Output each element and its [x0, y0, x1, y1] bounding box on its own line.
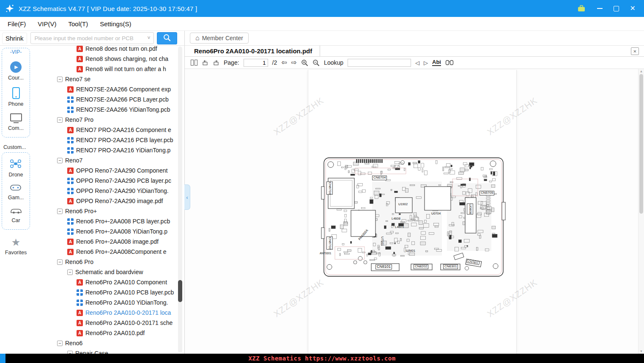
tree-item[interactable]: Reno6Pro 2AA010-0-20171 sche: [32, 318, 177, 328]
sidebar-item-favorites[interactable]: ★ Favorites: [0, 237, 32, 256]
tree-item[interactable]: RENO7 PRO-2AA216 YiDianTong.p: [32, 145, 177, 155]
close-document-icon[interactable]: ✕: [631, 47, 639, 55]
tree-item[interactable]: Reno6: [32, 338, 177, 348]
collapse-icon[interactable]: [67, 351, 73, 354]
tree-item[interactable]: Reno8 does not turn on.pdf: [32, 46, 177, 54]
tree-item-label: Repair Case: [75, 350, 177, 354]
tree-item[interactable]: Reno8 will not turn on after a h: [32, 64, 177, 74]
collapse-icon[interactable]: [67, 270, 73, 275]
collapse-icon[interactable]: [57, 158, 63, 163]
tree-item[interactable]: Schematic and boardview: [32, 267, 177, 277]
next-page-icon[interactable]: ⇨: [291, 59, 297, 66]
tree-item[interactable]: Reno8 shows charging, not cha: [32, 54, 177, 64]
car-icon: [10, 207, 22, 215]
pcb-file-icon: [67, 147, 74, 154]
member-center-button[interactable]: ⌂ Member Center: [190, 33, 249, 44]
collapse-icon[interactable]: [57, 117, 63, 123]
zoom-in-icon[interactable]: [301, 59, 308, 66]
pdf-viewport[interactable]: XZZ@XZZHK XZZ@XZZHK XZZ@XZZHK XZZ@XZZHK: [185, 69, 644, 354]
sidebar-item-car[interactable]: Car: [10, 207, 22, 223]
sidebar-item-course[interactable]: ▶ Cour...: [8, 61, 24, 81]
drone-icon: [10, 159, 22, 170]
menu-item[interactable]: VIP(V): [32, 20, 62, 28]
sidebar-item-phone[interactable]: Phone: [8, 87, 23, 107]
text-search-icon[interactable]: Abi: [432, 59, 441, 66]
tree-item[interactable]: Repair Case: [32, 348, 177, 354]
vip-section-label: -VIP-: [10, 49, 22, 55]
tree-item[interactable]: Reno7 Pro: [32, 115, 177, 125]
tree-item-label: Reno6 Pro+-2AA008Component e: [76, 248, 177, 255]
collapse-icon[interactable]: [57, 77, 63, 82]
sidebar-item-drone[interactable]: Drone: [8, 159, 23, 178]
member-center-label: Member Center: [202, 35, 243, 41]
sidebar-item-game[interactable]: Gam...: [8, 184, 24, 201]
tree-item[interactable]: RENO7SE-2AA266 PCB Layer.pcb: [32, 94, 177, 104]
tree-item[interactable]: Reno7: [32, 155, 177, 165]
title-bar: XZZ Schematics V4.77 [ VIP Due date: 202…: [0, 0, 644, 17]
tree-item[interactable]: Reno6 Pro: [32, 257, 177, 267]
minimize-button[interactable]: [597, 8, 603, 9]
tree-item[interactable]: OPPO Reno7-2AA290 YiDianTong.: [32, 186, 177, 196]
scroll-up-icon[interactable]: ▲: [639, 69, 644, 73]
previous-page-icon[interactable]: ⇦: [281, 59, 287, 66]
zoom-out-icon[interactable]: [312, 59, 320, 66]
next-result-icon[interactable]: ▷: [424, 60, 428, 66]
tree-item[interactable]: Reno6Pro 2AA010 PCB layer.pcb: [32, 287, 177, 297]
lookup-input[interactable]: [348, 59, 411, 67]
tree-item[interactable]: Reno6Pro 2AA010-0-20171 loca: [32, 308, 177, 318]
pdf-toolbar: Page: /2 ⇦ ⇨ Lookup ◁ ▷ Abi: [185, 57, 644, 69]
tree-item[interactable]: Reno6 Pro+-2AA008Component e: [32, 247, 177, 257]
menu-item[interactable]: Settings(S): [94, 20, 137, 28]
collapse-icon[interactable]: [57, 209, 63, 214]
tree-item[interactable]: RENO7SE-2AA266 Component exp: [32, 84, 177, 94]
tree-item[interactable]: OPPO Reno7-2AA290 image.pdf: [32, 196, 177, 206]
tree-scrollbar[interactable]: [178, 47, 182, 353]
binoculars-icon[interactable]: [445, 60, 454, 66]
document-tab[interactable]: Reno6Pro 2AA010-0-20171 location.pdf: [185, 46, 320, 56]
sidebar-item-computer[interactable]: Com...: [8, 113, 24, 131]
model-search-input[interactable]: [34, 35, 146, 42]
collapse-icon[interactable]: [57, 341, 63, 346]
lookup-label: Lookup: [324, 59, 343, 66]
tree-item[interactable]: Reno6 Pro+-2AA008 YiDianTong.p: [32, 226, 177, 236]
page-number-input[interactable]: [244, 59, 268, 67]
tree-item[interactable]: Reno6Pro 2AA010 YiDianTong.: [32, 297, 177, 308]
tree-item[interactable]: Reno6 Pro+-2AA008 image.pdf: [32, 236, 177, 247]
tree-item[interactable]: RENO7 PRO-2AA216 PCB layer.pcb: [32, 135, 177, 145]
tree-item[interactable]: RENO7 PRO-2AA216 Component e: [32, 125, 177, 135]
collapse-icon[interactable]: [57, 259, 63, 265]
maximize-button[interactable]: [614, 6, 619, 11]
search-button[interactable]: [157, 32, 177, 44]
tree-scrollbar-thumb[interactable]: [178, 280, 182, 302]
member-row: ⌂ Member Center: [185, 31, 644, 46]
tree-item[interactable]: Reno6Pro 2AA010 Component: [32, 277, 177, 287]
panel-collapse-handle[interactable]: ‹: [184, 184, 190, 210]
tree-item[interactable]: RENO7SE-2AA266 YiDianTong.pcb: [32, 104, 177, 115]
document-tab-title: Reno6Pro 2AA010-0-20171 location.pdf: [194, 47, 312, 55]
previous-result-icon[interactable]: ◁: [415, 60, 419, 66]
sidebar-item-label: Cour...: [8, 75, 24, 81]
briefcase-icon[interactable]: [577, 4, 586, 13]
status-bar: XZZ Schematics https://www.xzztools.com: [0, 354, 644, 363]
tree-item[interactable]: Reno6 Pro+-2AA008 PCB layer.pcb: [32, 216, 177, 226]
pcb-file-icon: [67, 228, 74, 235]
rotate-left-icon[interactable]: [202, 59, 208, 66]
tree-item[interactable]: OPPO Reno7-2AA290 Component: [32, 165, 177, 176]
pcb-board-drawing: CN6704 CN6703 U1902 U0704 U0808 CN5705 P…: [318, 154, 508, 280]
scroll-down-icon[interactable]: ▼: [639, 349, 644, 353]
tree-item[interactable]: Reno6 Pro+: [32, 206, 177, 216]
pdf-scrollbar-thumb[interactable]: [639, 74, 643, 214]
shrink-button[interactable]: Shrink: [2, 33, 27, 44]
two-page-view-icon[interactable]: [191, 60, 197, 66]
model-search-combo[interactable]: ˅: [30, 32, 154, 44]
tree-item[interactable]: Reno7 se: [32, 74, 177, 84]
tree-item[interactable]: Reno6Pro 2AA010.pdf: [32, 328, 177, 338]
menu-item[interactable]: File(F): [2, 20, 32, 28]
chevron-down-icon[interactable]: ˅: [148, 35, 151, 41]
pdf-file-icon: [77, 279, 83, 286]
rotate-right-icon[interactable]: [213, 59, 219, 66]
menu-item[interactable]: Tool(T): [63, 20, 94, 28]
tree-item[interactable]: OPPO Reno7-2AA290 PCB layer.pc: [32, 176, 177, 186]
pdf-scrollbar[interactable]: ▲ ▼: [638, 69, 644, 354]
close-button[interactable]: ✕: [630, 5, 636, 12]
